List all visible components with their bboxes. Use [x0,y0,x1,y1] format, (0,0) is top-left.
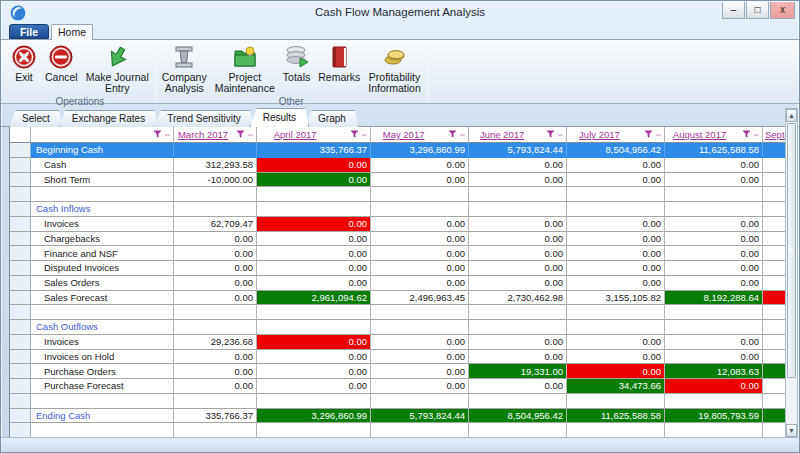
grid-cell[interactable]: 0.00 [665,173,763,188]
grid-cell[interactable] [763,379,786,394]
grid-cell[interactable]: 0.00 [567,335,665,350]
grid-cell[interactable] [665,423,763,438]
grid-cell[interactable] [763,394,786,409]
grid-cell[interactable]: 0.00 [371,232,469,247]
grid-cell[interactable] [469,320,567,335]
grid-cell[interactable]: 0.00 [567,261,665,276]
grid-cell[interactable]: 0.00 [469,379,567,394]
grid-cell[interactable]: 0.00 [567,173,665,188]
row-selector-cell[interactable] [10,423,31,438]
filter-icon[interactable]: ⇔ [350,130,370,139]
make-journal-entry-button[interactable]: Make Journal Entry [82,43,153,95]
grid-cell[interactable]: 0.00 [665,246,763,261]
grid-cell[interactable]: 11,625,588.58 [567,409,665,424]
row-selector-cell[interactable] [10,409,31,424]
grid-cell[interactable]: 0.00 [257,364,371,379]
grid-cell[interactable]: 2,961,094.62 [257,291,371,306]
row-label[interactable]: Ending Cash [31,409,174,424]
grid-cell[interactable] [174,143,257,158]
grid-cell[interactable] [469,394,567,409]
grid-cell[interactable] [665,394,763,409]
grid-cell[interactable]: 0.00 [257,158,371,173]
grid-cell[interactable]: 0.00 [567,246,665,261]
grid-cell[interactable]: 0.00 [665,232,763,247]
scroll-up-button[interactable]: ▲ [786,109,797,122]
grid-cell[interactable] [763,143,786,158]
row-label[interactable] [31,394,174,409]
month-link-july-2017[interactable]: July 2017 [579,129,620,140]
row-label[interactable]: Cash [31,158,174,173]
row-label[interactable]: Beginning Cash [31,143,174,158]
grid-cell[interactable]: 0.00 [371,350,469,365]
grid-cell[interactable] [567,187,665,202]
grid-cell[interactable]: 0.00 [174,350,257,365]
grid-cell[interactable]: 0.00 [257,261,371,276]
grid-cell[interactable]: 0.00 [257,217,371,232]
month-link-august-2017[interactable]: August 2017 [673,129,726,140]
grid-cell[interactable]: 0.00 [665,261,763,276]
project-maintenance-button[interactable]: Project Maintenance [211,43,279,95]
grid-cell[interactable]: 0.00 [371,217,469,232]
row-selector-cell[interactable] [10,305,31,320]
grid-cell[interactable]: 2,496,963.45 [371,291,469,306]
grid-cell[interactable]: 0.00 [469,261,567,276]
grid-cell[interactable] [763,291,786,306]
grid-cell[interactable]: 335,766.37 [174,409,257,424]
grid-cell[interactable] [567,394,665,409]
grid-cell[interactable]: 0.00 [469,246,567,261]
grid-cell[interactable] [665,305,763,320]
grid-cell[interactable] [257,320,371,335]
grid-cell[interactable]: 0.00 [371,246,469,261]
tab-home[interactable]: Home [51,24,93,40]
grid-cell[interactable]: 0.00 [665,158,763,173]
row-label[interactable]: Invoices on Hold [31,350,174,365]
grid-cell[interactable]: 8,504,956.42 [567,143,665,158]
grid-cell[interactable] [763,158,786,173]
grid-cell[interactable] [763,187,786,202]
month-link-march-2017[interactable]: March 2017 [178,129,228,140]
row-selector-cell[interactable] [10,291,31,306]
row-selector-cell[interactable] [10,246,31,261]
file-tab[interactable]: File [9,24,49,39]
grid-cell[interactable] [469,305,567,320]
grid-cell[interactable]: 19,805,793.59 [665,409,763,424]
grid-cell[interactable]: 0.00 [371,158,469,173]
remarks-button[interactable]: Remarks [314,43,364,84]
filter-icon[interactable]: ⇔ [546,130,566,139]
tab-graph[interactable]: Graph [305,110,359,127]
grid-cell[interactable]: 0.00 [371,173,469,188]
grid-cell[interactable] [665,187,763,202]
grid-cell[interactable] [763,232,786,247]
grid-cell[interactable] [763,335,786,350]
grid-cell[interactable] [257,305,371,320]
grid-cell[interactable] [763,423,786,438]
grid-cell[interactable]: 0.00 [257,350,371,365]
minimize-button[interactable]: – [722,2,745,19]
grid-cell[interactable] [371,305,469,320]
filter-icon[interactable]: ⇔ [644,130,664,139]
grid-cell[interactable] [763,173,786,188]
grid-cell[interactable]: 0.00 [257,379,371,394]
grid-cell[interactable]: 12,083.63 [665,364,763,379]
row-label[interactable]: Purchase Orders [31,364,174,379]
row-selector-cell[interactable] [10,217,31,232]
grid-cell[interactable] [763,202,786,217]
grid-cell[interactable]: 0.00 [665,379,763,394]
grid-cell[interactable] [174,423,257,438]
row-selector-cell[interactable] [10,350,31,365]
grid-cell[interactable] [763,320,786,335]
filter-icon[interactable]: ⇔ [153,130,173,139]
grid-cell[interactable]: 0.00 [567,217,665,232]
grid-cell[interactable]: 0.00 [567,350,665,365]
row-label[interactable]: Invoices [31,217,174,232]
grid-cell[interactable]: 0.00 [469,350,567,365]
cancel-button[interactable]: Cancel [41,43,82,84]
exit-button[interactable]: Exit [7,43,41,84]
grid-cell[interactable] [567,320,665,335]
row-selector-cell[interactable] [10,379,31,394]
row-selector-cell[interactable] [10,232,31,247]
grid-cell[interactable]: -10,000.00 [174,173,257,188]
grid-cell[interactable]: 0.00 [469,173,567,188]
maximize-button[interactable]: □ [746,2,769,19]
grid-cell[interactable]: 0.00 [257,232,371,247]
